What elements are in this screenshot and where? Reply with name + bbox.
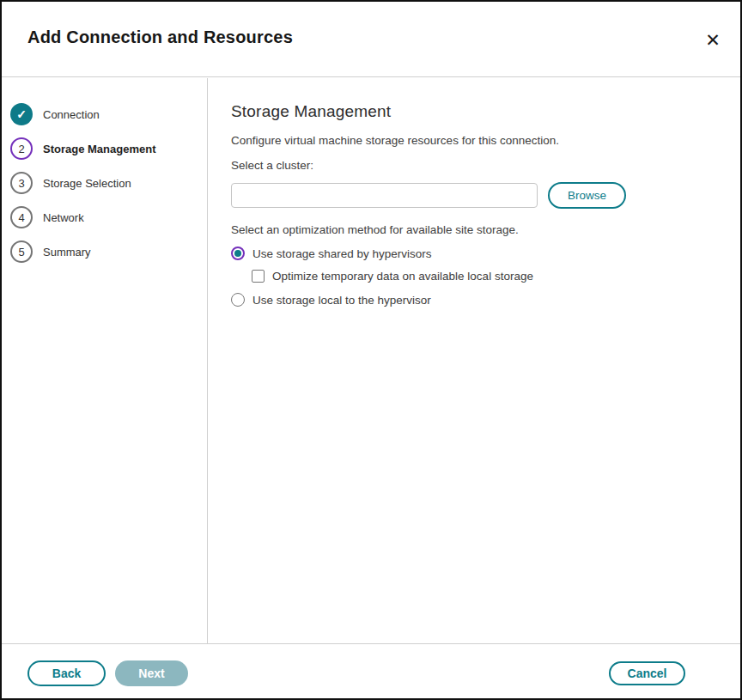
checkbox-optimize-temp-data[interactable]: Optimize temporary data on available loc… xyxy=(252,270,715,283)
radio-label: Use storage shared by hypervisors xyxy=(252,247,432,260)
cluster-row: Browse xyxy=(231,182,715,209)
dialog-header: Add Connection and Resources ✕ xyxy=(2,2,740,77)
step-label: Summary xyxy=(43,246,91,259)
step-storage-selection[interactable]: 3 Storage Selection xyxy=(2,166,207,200)
radio-label: Use storage local to the hypervisor xyxy=(252,294,431,307)
back-button[interactable]: Back xyxy=(27,660,106,686)
checkbox-unchecked-icon[interactable] xyxy=(252,270,265,283)
cancel-button[interactable]: Cancel xyxy=(609,661,685,685)
cluster-field-label: Select a cluster: xyxy=(231,159,715,172)
step-network[interactable]: 4 Network xyxy=(2,200,207,234)
radio-storage-shared[interactable]: Use storage shared by hypervisors xyxy=(231,247,715,260)
step-label: Storage Management xyxy=(43,143,155,155)
dialog-footer: Back Next Cancel xyxy=(2,643,740,698)
page-description: Configure virtual machine storage resour… xyxy=(231,134,715,147)
optimization-method-label: Select an optimization method for availa… xyxy=(231,223,715,236)
step-label: Network xyxy=(43,211,84,224)
browse-button[interactable]: Browse xyxy=(548,182,626,209)
step-number-badge: 5 xyxy=(10,240,33,263)
dialog-title: Add Connection and Resources xyxy=(27,27,293,47)
checkbox-label: Optimize temporary data on available loc… xyxy=(272,270,533,283)
next-button[interactable]: Next xyxy=(115,660,188,686)
step-connection[interactable]: ✓ Connection xyxy=(2,97,207,131)
storage-management-panel: Storage Management Configure virtual mac… xyxy=(208,78,740,642)
step-storage-management[interactable]: 2 Storage Management xyxy=(2,131,207,166)
step-summary[interactable]: 5 Summary xyxy=(2,234,207,269)
page-title: Storage Management xyxy=(231,102,715,121)
wizard-steps-sidebar: ✓ Connection 2 Storage Management 3 Stor… xyxy=(2,78,208,646)
add-connection-dialog: Add Connection and Resources ✕ ✓ Connect… xyxy=(0,0,742,700)
step-label: Connection xyxy=(43,108,100,121)
step-number-badge: 3 xyxy=(10,172,33,194)
radio-unselected-icon[interactable] xyxy=(231,293,245,307)
check-icon: ✓ xyxy=(16,108,27,120)
close-icon[interactable]: ✕ xyxy=(701,27,725,52)
cluster-input[interactable] xyxy=(231,183,538,208)
step-number-badge: 4 xyxy=(10,206,33,228)
step-number-badge: 2 xyxy=(10,137,33,160)
step-label: Storage Selection xyxy=(43,177,131,190)
radio-storage-local[interactable]: Use storage local to the hypervisor xyxy=(231,293,715,307)
step-complete-icon: ✓ xyxy=(10,103,33,125)
radio-selected-icon[interactable] xyxy=(231,247,245,260)
